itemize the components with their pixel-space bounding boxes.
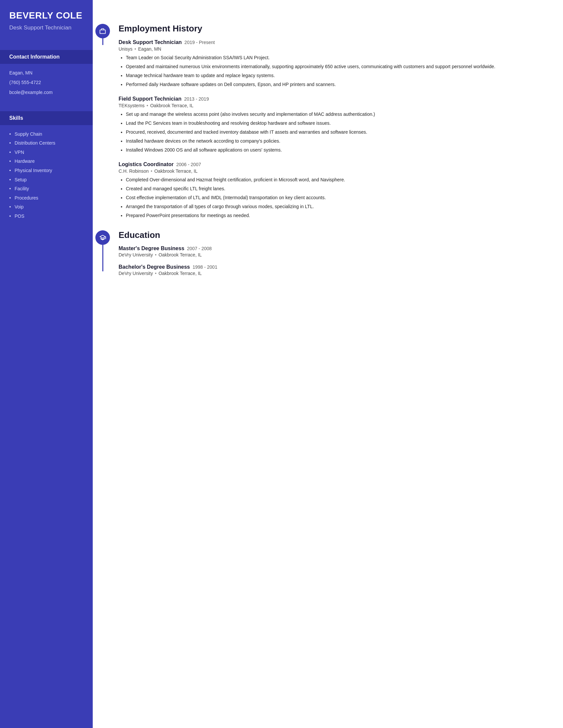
job-header: Desk Support Technician2019 - Present	[118, 39, 550, 45]
separator-icon: •	[155, 271, 157, 276]
job-title: Logistics Coordinator	[118, 161, 173, 167]
skill-item: Hardware	[9, 158, 83, 165]
jobs-container: Desk Support Technician2019 - PresentUni…	[118, 39, 550, 219]
job-bullet: Cost effective implementation of LTL and…	[126, 194, 550, 201]
job-bullet: Operated and maintained numerous Unix en…	[126, 63, 550, 70]
job-title: Field Support Technician	[118, 96, 181, 102]
skill-item: Setup	[9, 177, 83, 183]
edu-header: Bachelor's Degree Business1998 - 2001	[118, 264, 550, 270]
school-name: DeVry University	[118, 271, 153, 276]
skill-item: POS	[9, 213, 83, 220]
separator-icon: •	[155, 252, 157, 257]
sidebar-header: BEVERLY COLE Desk Support Technician	[0, 0, 93, 41]
separator-icon: •	[151, 168, 152, 174]
company-name: C.H. Robinson	[118, 168, 149, 174]
education-title: Education	[118, 230, 550, 240]
skills-section: Skills Supply ChainDistribution CentersV…	[0, 111, 93, 225]
job-company: C.H. Robinson•Oakbrook Terrace, IL	[118, 168, 550, 174]
job-company: TEKsystems•Oakbrook Terrace, IL	[118, 103, 550, 108]
contact-phone: (760) 555-4722	[9, 79, 83, 86]
candidate-name: BEVERLY COLE	[9, 11, 83, 21]
job-block: Field Support Technician2013 - 2019TEKsy…	[118, 96, 550, 154]
edu-header: Master's Degree Business2007 - 2008	[118, 246, 550, 251]
contact-section-header: Contact Information	[0, 50, 93, 64]
job-block: Desk Support Technician2019 - PresentUni…	[118, 39, 550, 88]
job-bullet: Completed Over-dimensional and Hazmat fr…	[126, 176, 550, 183]
skill-item: Facility	[9, 186, 83, 192]
skill-item: Voip	[9, 204, 83, 210]
contact-location: Eagan, MN	[9, 70, 83, 76]
edu-degree: Bachelor's Degree Business	[118, 264, 190, 270]
company-name: TEKsystems	[118, 103, 145, 108]
edu-school: DeVry University•Oakbrook Terrace, IL	[118, 271, 550, 276]
job-location: Oakbrook Terrace, IL	[154, 168, 197, 174]
school-name: DeVry University	[118, 252, 153, 257]
skill-item: Distribution Centers	[9, 140, 83, 147]
job-bullet: Prepared PowerPoint presentations for me…	[126, 212, 550, 219]
contact-section: Contact Information Eagan, MN (760) 555-…	[0, 50, 93, 102]
skills-section-content: Supply ChainDistribution CentersVPNHardw…	[0, 125, 93, 225]
education-icon	[95, 230, 110, 245]
job-bullets: Completed Over-dimensional and Hazmat fr…	[118, 176, 550, 219]
employment-title: Employment History	[118, 24, 550, 33]
job-bullet: Performed daily Hardware software update…	[126, 81, 550, 88]
edu-dates: 1998 - 2001	[192, 264, 217, 270]
skill-item: Physical Inventory	[9, 167, 83, 174]
skill-item: VPN	[9, 149, 83, 156]
edu-block: Master's Degree Business2007 - 2008DeVry…	[118, 246, 550, 257]
skills-section-header: Skills	[0, 111, 93, 125]
school-location: Oakbrook Terrace, IL	[159, 271, 202, 276]
employment-icon	[95, 24, 110, 38]
job-bullets: Team Leader on Social Security Administr…	[118, 54, 550, 88]
education-icon-col	[93, 230, 113, 271]
company-name: Unisys	[118, 46, 132, 52]
job-bullet: Installed Windows 2000 OS and all softwa…	[126, 147, 550, 154]
job-bullet: Arranged the transportation of all types…	[126, 203, 550, 210]
edu-block: Bachelor's Degree Business1998 - 2001DeV…	[118, 264, 550, 276]
edu-degree: Master's Degree Business	[118, 246, 184, 251]
job-bullet: Installed hardware devices on the networ…	[126, 138, 550, 145]
contact-section-content: Eagan, MN (760) 555-4722 bcole@example.c…	[0, 64, 93, 102]
edu-school: DeVry University•Oakbrook Terrace, IL	[118, 252, 550, 257]
contact-email: bcole@example.com	[9, 89, 83, 96]
education-container: Master's Degree Business2007 - 2008DeVry…	[118, 246, 550, 276]
job-location: Eagan, MN	[138, 46, 161, 52]
education-vline	[102, 245, 103, 271]
job-header: Logistics Coordinator2006 - 2007	[118, 161, 550, 167]
job-bullet: Created and managed specific LTL freight…	[126, 185, 550, 192]
skills-list: Supply ChainDistribution CentersVPNHardw…	[9, 131, 83, 220]
separator-icon: •	[147, 103, 148, 108]
job-company: Unisys•Eagan, MN	[118, 46, 550, 52]
job-bullet: Manage technical hardware team to update…	[126, 72, 550, 79]
job-header: Field Support Technician2013 - 2019	[118, 96, 550, 102]
job-bullets: Set up and manage the wireless access po…	[118, 111, 550, 154]
sidebar: BEVERLY COLE Desk Support Technician Con…	[0, 0, 93, 728]
job-bullet: Set up and manage the wireless access po…	[126, 111, 550, 118]
employment-vline	[102, 38, 103, 45]
job-dates: 2006 - 2007	[176, 162, 201, 167]
job-dates: 2019 - Present	[184, 40, 215, 45]
education-content: Education Master's Degree Business2007 -…	[113, 230, 550, 283]
job-location: Oakbrook Terrace, IL	[150, 103, 193, 108]
job-block: Logistics Coordinator2006 - 2007C.H. Rob…	[118, 161, 550, 219]
job-bullet: Procured, received, documented and track…	[126, 129, 550, 136]
separator-icon: •	[134, 46, 136, 52]
skill-item: Procedures	[9, 195, 83, 202]
job-title: Desk Support Technician	[118, 39, 182, 45]
graduation-cap-icon	[99, 234, 106, 241]
job-dates: 2013 - 2019	[184, 96, 209, 102]
employment-section: Employment History Desk Support Technici…	[93, 24, 550, 227]
skill-item: Supply Chain	[9, 131, 83, 138]
edu-dates: 2007 - 2008	[187, 246, 212, 251]
job-bullet: Team Leader on Social Security Administr…	[126, 54, 550, 61]
employment-content: Employment History Desk Support Technici…	[113, 24, 550, 227]
candidate-title: Desk Support Technician	[9, 24, 83, 31]
employment-icon-col	[93, 24, 113, 45]
education-section: Education Master's Degree Business2007 -…	[93, 230, 550, 283]
job-bullet: Lead the PC Services team in troubleshoo…	[126, 120, 550, 127]
briefcase-icon	[99, 27, 106, 35]
main-content: Employment History Desk Support Technici…	[93, 0, 563, 728]
school-location: Oakbrook Terrace, IL	[159, 252, 202, 257]
